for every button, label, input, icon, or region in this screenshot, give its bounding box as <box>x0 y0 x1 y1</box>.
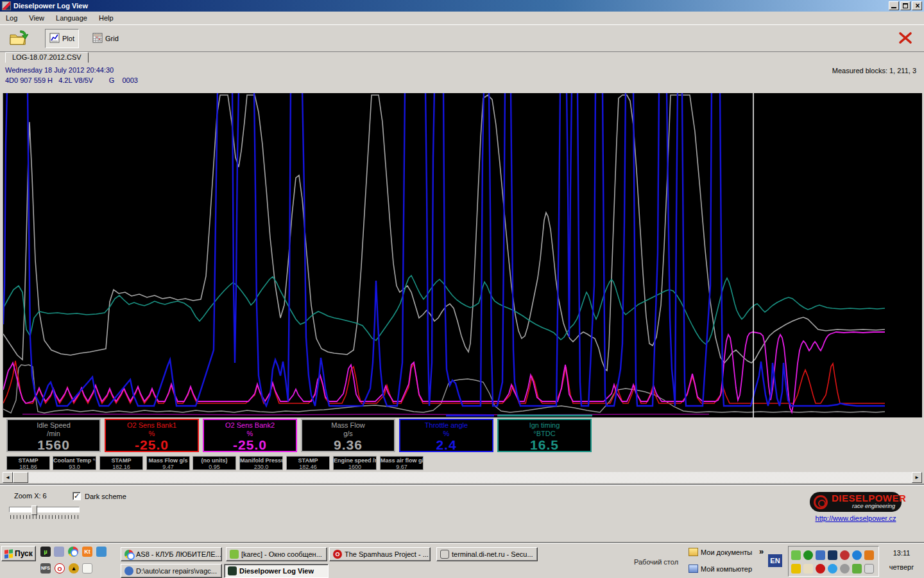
mouse-icon[interactable] <box>864 564 874 574</box>
taskbtn-label: [karec] - Окно сообщен... <box>241 550 322 558</box>
scroll-right-button[interactable]: ► <box>912 472 922 483</box>
notepad-icon[interactable] <box>82 563 92 574</box>
dieselpower-link[interactable]: http://www.dieselpower.cz <box>810 514 902 522</box>
my-computer-item[interactable]: Мой компьютер <box>689 565 764 573</box>
menu-log[interactable]: Log <box>0 13 23 23</box>
menu-language[interactable]: Language <box>50 13 93 23</box>
value-box-title: O2 Sens Bank1 <box>106 421 198 430</box>
menu-view[interactable]: View <box>23 13 50 23</box>
taskbtn-dieselpower-active[interactable]: Dieselpower Log View <box>224 564 329 578</box>
value-box-throttle[interactable]: Throttle angle % 2.4 <box>399 419 493 452</box>
stamp-label: Engine speed /min <box>334 457 377 464</box>
stamp-box[interactable]: Manifold Pressure...230.0 <box>239 456 283 470</box>
value-box-unit: /min <box>8 430 99 438</box>
taskbar-clock[interactable]: 13:11 четверг <box>882 546 921 577</box>
restore-icon <box>903 3 908 8</box>
stamp-box[interactable]: STAMP181.86 <box>6 456 50 470</box>
close-button[interactable]: × <box>912 1 922 10</box>
plot-svg <box>3 93 922 417</box>
kmplayer-icon[interactable]: Kt <box>82 547 92 557</box>
dieselpower-icon <box>228 566 237 575</box>
log-datetime: Wednesday 18 July 2012 20:44:30 <box>5 66 114 74</box>
kaspersky-icon[interactable] <box>840 550 850 560</box>
utorrent-icon[interactable]: µ <box>40 547 51 557</box>
scroll-thumb[interactable] <box>13 472 28 483</box>
value-box-title: Throttle angle <box>400 421 492 430</box>
toolbar-chevron[interactable]: » <box>759 547 764 556</box>
trace-mass-flow <box>3 365 885 413</box>
ecu-identification: 4D0 907 559 H 4.2L V8/5V G 0003 <box>5 76 138 84</box>
aimp-icon[interactable]: ▲ <box>69 563 79 574</box>
close-log-button[interactable] <box>897 30 914 46</box>
stamp-box[interactable]: Mass Flow g/s9.47 <box>146 456 190 470</box>
stamp-box[interactable]: Coolant Temp °C93.0 <box>53 456 96 470</box>
stamp-box[interactable]: (no units)0.95 <box>193 456 236 470</box>
toolbar: Plot Grid <box>0 24 924 52</box>
punto-icon[interactable] <box>803 564 813 574</box>
taskbar: Пуск µ Kt NFS O ▲ AS8 - КЛУБ ЛЮБИТЕЛЕ...… <box>0 543 924 578</box>
stamp-label: STAMP <box>19 457 38 464</box>
stamp-box[interactable]: STAMP182.46 <box>286 456 330 470</box>
menu-help[interactable]: Help <box>93 13 119 23</box>
logo-tagline: race engineering <box>832 503 895 509</box>
stamp-box[interactable]: STAMP182.16 <box>99 456 143 470</box>
wordpad-icon[interactable] <box>96 547 107 557</box>
taskbtn-label: Dieselpower Log View <box>239 567 314 575</box>
value-box-mass-flow[interactable]: Mass Flow g/s 9.36 <box>301 419 395 452</box>
flashget-icon[interactable] <box>828 564 837 574</box>
plot-hscrollbar[interactable]: ◄ ► <box>3 472 922 483</box>
nfs-icon[interactable]: NFS <box>40 563 51 574</box>
stamp-box[interactable]: Engine speed /min1600 <box>333 456 377 470</box>
webmoney-icon[interactable] <box>791 564 801 574</box>
taskbtn-label: AS8 - КЛУБ ЛЮБИТЕЛЕ... <box>136 550 221 558</box>
chrome-icon <box>124 550 133 559</box>
value-box-value: 2.4 <box>400 437 492 453</box>
zoom-slider-thumb[interactable] <box>31 505 37 515</box>
language-indicator[interactable]: EN <box>768 554 782 567</box>
teamviewer-icon[interactable] <box>852 550 862 560</box>
taskbtn-explorer-auto[interactable]: D:\auto\car repairs\vagc... <box>121 564 222 578</box>
stamp-box[interactable]: Mass air flow g/s9.67 <box>380 456 424 470</box>
taskbtn-karec[interactable]: [karec] - Окно сообщен... <box>226 547 327 561</box>
update-icon[interactable] <box>840 564 850 574</box>
stamp-label: (no units) <box>201 457 228 464</box>
zoom-slider[interactable] <box>9 507 80 512</box>
plot-view-button[interactable]: Plot <box>45 29 79 48</box>
taskbtn-terminal[interactable]: terminal.di-net.ru - Secu... <box>436 547 538 561</box>
tab-log-file[interactable]: LOG-18.07.2012.CSV <box>5 52 89 63</box>
qip-icon[interactable] <box>791 550 801 560</box>
value-box-title: Ign timing <box>499 421 590 430</box>
start-button[interactable]: Пуск <box>1 546 36 561</box>
taskbtn-browser-as8[interactable]: AS8 - КЛУБ ЛЮБИТЕЛЕ... <box>121 547 222 561</box>
value-box-o2-bank1[interactable]: O2 Sens Bank1 % -25.0 <box>105 419 199 452</box>
grid-view-button[interactable]: Grid <box>89 29 123 48</box>
dark-scheme-checkbox[interactable]: ✓ <box>73 492 81 500</box>
windows-flag-icon <box>4 549 13 558</box>
minimize-button[interactable] <box>889 1 899 10</box>
my-computer-icon <box>689 565 698 573</box>
volume-icon[interactable] <box>864 550 874 560</box>
taskbtn-label: The Spamhaus Project - ... <box>345 550 429 558</box>
nvidia-icon[interactable] <box>852 564 862 574</box>
value-box-unit: % <box>204 430 296 438</box>
value-box-o2-bank2[interactable]: O2 Sens Bank2 % -25.0 <box>203 419 297 452</box>
winamp-icon[interactable] <box>828 550 837 560</box>
scroll-left-button[interactable]: ◄ <box>3 472 13 483</box>
value-box-ign-timing[interactable]: Ign timing °BTDC 16.5 <box>497 419 592 452</box>
plot-area[interactable] <box>3 93 922 417</box>
windows-update-icon[interactable] <box>816 550 825 560</box>
stamp-value: 181.86 <box>19 464 37 470</box>
avira-icon[interactable] <box>816 564 825 574</box>
open-folder-icon <box>9 30 28 48</box>
taskbtn-spamhaus[interactable]: O The Spamhaus Project - ... <box>329 547 431 561</box>
open-log-button[interactable] <box>5 29 32 48</box>
chrome-icon[interactable] <box>68 547 78 557</box>
utorrent-icon[interactable] <box>803 550 813 560</box>
opera-icon[interactable]: O <box>55 563 65 574</box>
desktop-toolbar-label: Рабочий стол <box>634 558 678 566</box>
restore-button[interactable] <box>900 1 911 10</box>
value-box-idle-speed[interactable]: Idle Speed /min 1560 <box>6 419 101 452</box>
radmin-icon[interactable] <box>54 547 64 557</box>
clock-time: 13:11 <box>882 546 921 560</box>
my-documents-item[interactable]: Мои документы <box>689 548 764 556</box>
